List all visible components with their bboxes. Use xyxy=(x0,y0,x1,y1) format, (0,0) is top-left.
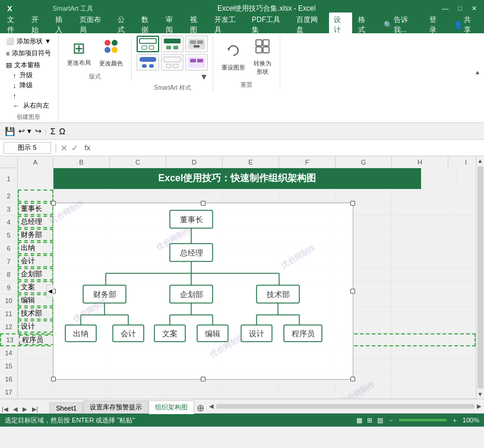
cell-a11[interactable]: 技术部 xyxy=(18,307,53,320)
sheet-nav-next[interactable]: ▶ xyxy=(21,405,29,414)
formula-input[interactable] xyxy=(96,144,480,152)
cell-a13[interactable]: 程序员 xyxy=(19,335,55,345)
style-thumb-3[interactable] xyxy=(185,36,208,52)
cell-i9[interactable] xyxy=(448,281,476,294)
redo-btn[interactable]: ↪ xyxy=(35,127,42,135)
cell-i12[interactable] xyxy=(448,320,476,333)
cell-c2[interactable] xyxy=(110,190,166,202)
cell-h10[interactable] xyxy=(392,294,448,307)
cell-i4[interactable] xyxy=(448,216,476,228)
cell-h13[interactable] xyxy=(393,335,450,345)
omega-btn[interactable]: Ω xyxy=(59,127,65,136)
close-btn[interactable]: ✕ xyxy=(469,5,479,12)
vertical-scrollbar[interactable]: ▲ ▼ xyxy=(476,156,484,399)
cell-g17[interactable] xyxy=(336,386,392,398)
cell-b17[interactable] xyxy=(53,386,110,398)
convert-shapes-btn[interactable]: 转换为形状 xyxy=(250,36,275,78)
cell-b2[interactable] xyxy=(53,190,110,202)
sheet-nav-prev[interactable]: ◀ xyxy=(11,405,20,414)
add-sheet-btn[interactable]: ⊕ xyxy=(194,402,207,414)
style-thumb-4[interactable] xyxy=(137,54,159,71)
save-icon[interactable]: 💾 xyxy=(5,127,15,136)
cell-a14[interactable] xyxy=(18,346,53,359)
move-up-btn[interactable]: ↑ xyxy=(11,91,19,100)
reset-graphic-btn[interactable]: 重设图形 xyxy=(218,40,249,74)
sheet-tab-warehouse[interactable]: 设置库存预警提示 xyxy=(83,400,148,414)
cell-i11[interactable] xyxy=(448,307,476,320)
change-color-btn[interactable]: 更改颜色 xyxy=(96,36,126,70)
resize-handle-mr[interactable] xyxy=(350,289,355,294)
scroll-up-btn[interactable]: ▲ xyxy=(477,157,483,164)
cell-h12[interactable] xyxy=(392,320,448,333)
resize-handle-br[interactable] xyxy=(350,377,355,381)
cell-i3[interactable] xyxy=(448,203,476,215)
cell-h4[interactable] xyxy=(392,216,448,228)
cell-a1[interactable] xyxy=(18,168,53,189)
style-thumb-2[interactable] xyxy=(161,36,184,52)
cell-a4[interactable]: 总经理 xyxy=(18,216,53,228)
name-box[interactable] xyxy=(4,142,51,154)
cell-h6[interactable] xyxy=(392,242,448,254)
promote-btn[interactable]: ↑ xyxy=(11,71,19,80)
add-bullet-btn[interactable]: ≡ 添加项目符号 xyxy=(4,48,53,59)
cell-h8[interactable] xyxy=(392,268,448,280)
cell-a15[interactable] xyxy=(18,359,53,372)
cell-h16[interactable] xyxy=(392,373,448,385)
style-thumb-5[interactable] xyxy=(161,54,184,71)
cell-i13[interactable] xyxy=(450,335,476,345)
zoom-out-btn[interactable]: － xyxy=(388,416,394,425)
cell-d17[interactable] xyxy=(166,386,223,398)
h-scroll-thumb[interactable] xyxy=(216,404,474,409)
view-page-btn[interactable]: ▧ xyxy=(377,417,383,424)
cell-h5[interactable] xyxy=(392,229,448,241)
text-pane-btn[interactable]: ▤ 文本窗格 xyxy=(4,59,53,71)
smartart-left-arrow[interactable]: ◀ xyxy=(46,285,53,298)
view-normal-btn[interactable]: ▦ xyxy=(356,417,362,424)
cell-h11[interactable] xyxy=(392,307,448,320)
cell-f2[interactable] xyxy=(279,190,336,202)
cell-h3[interactable] xyxy=(392,203,448,215)
scroll-thumb[interactable] xyxy=(477,166,483,389)
smartart-container[interactable]: ◀ 董事长 总经理 财 xyxy=(53,203,353,380)
cell-g2[interactable] xyxy=(336,190,392,202)
cell-a7[interactable]: 会计 xyxy=(18,255,53,267)
view-layout-btn[interactable]: ⊞ xyxy=(367,417,372,424)
cell-h14[interactable] xyxy=(392,346,448,359)
resize-handle-tr[interactable] xyxy=(350,201,355,206)
cell-h9[interactable] xyxy=(392,281,448,294)
h-scrollbar[interactable]: ◀ ▶ xyxy=(207,399,484,414)
cell-c17[interactable] xyxy=(110,386,166,398)
resize-handle-tl[interactable] xyxy=(51,201,56,206)
sheet-tab-orgchart[interactable]: 组织架构图 xyxy=(148,400,194,414)
change-layout-btn[interactable]: ⊞ 更改布局 xyxy=(64,37,94,70)
cell-i8[interactable] xyxy=(448,268,476,280)
cell-a17[interactable] xyxy=(18,386,53,398)
sheet-nav-last[interactable]: ▶| xyxy=(30,405,40,414)
h-scroll-left[interactable]: ◀ xyxy=(209,403,214,409)
cell-d2[interactable] xyxy=(166,190,223,202)
h-scroll-right[interactable]: ▶ xyxy=(477,403,482,409)
cell-i15[interactable] xyxy=(448,359,476,372)
cell-i2[interactable] xyxy=(448,190,476,202)
resize-handle-bl[interactable] xyxy=(51,377,56,381)
cell-h7[interactable] xyxy=(392,255,448,267)
add-shape-btn[interactable]: ⬜ 添加形状 ▼ xyxy=(4,36,53,47)
cell-i7[interactable] xyxy=(448,255,476,267)
sheet-tab-sheet1[interactable]: Sheet1 xyxy=(49,402,83,414)
cell-a8[interactable]: 企划部 xyxy=(18,268,53,280)
cell-a16[interactable] xyxy=(18,373,53,385)
cell-h15[interactable] xyxy=(392,359,448,372)
cell-i5[interactable] xyxy=(448,229,476,241)
cell-h2[interactable] xyxy=(392,190,448,202)
zoom-slider[interactable] xyxy=(399,419,447,421)
zoom-in-btn[interactable]: ＋ xyxy=(451,416,458,425)
autosum-btn[interactable]: Σ xyxy=(50,127,56,136)
cell-a6[interactable]: 出纳 xyxy=(18,242,53,254)
cell-a3[interactable]: 董事长 xyxy=(18,203,53,215)
cell-i14[interactable] xyxy=(448,346,476,359)
cell-a5[interactable]: 财务部 xyxy=(18,229,53,241)
cell-e17[interactable] xyxy=(223,386,279,398)
confirm-icon[interactable]: ✓ xyxy=(71,143,78,153)
cell-f17[interactable] xyxy=(279,386,336,398)
ribbon-collapse-btn[interactable]: ▲ xyxy=(474,69,480,75)
